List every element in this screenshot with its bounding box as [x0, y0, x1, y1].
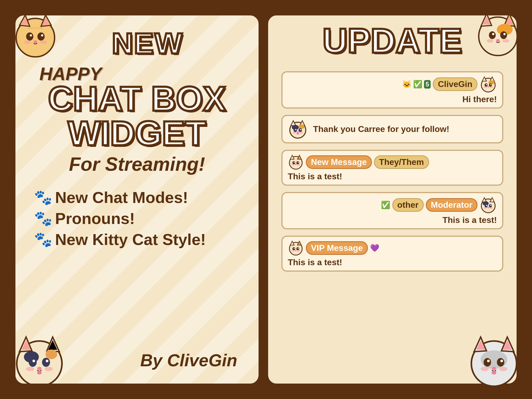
svg-point-53 — [492, 371, 496, 375]
paw-icon-1: 🐾 — [34, 189, 52, 206]
svg-point-26 — [37, 371, 42, 375]
mini-cat-5 — [288, 240, 304, 256]
chat-message-5: VIP Message 💜 This is a test! — [281, 236, 503, 272]
message-text-5: This is a test! — [288, 257, 497, 267]
message-header-1: 🐱 ✅ 5 CliveGin — [288, 76, 497, 93]
svg-point-58 — [485, 83, 488, 87]
heart-icon-5: 💜 — [370, 244, 379, 252]
svg-point-18 — [45, 350, 57, 359]
message-header-5: VIP Message 💜 — [288, 240, 497, 256]
svg-point-22 — [46, 360, 48, 362]
svg-point-59 — [489, 83, 492, 87]
feature-item-3: 🐾 New Kitty Cat Style! — [34, 230, 206, 249]
mini-cat-1 — [480, 76, 497, 93]
chat-message-1: 🐱 ✅ 5 CliveGin — [281, 71, 503, 109]
svg-point-103 — [296, 247, 299, 250]
svg-point-106 — [295, 250, 297, 251]
svg-point-23 — [37, 367, 41, 370]
username-badge-3: New Message — [306, 155, 372, 169]
message-text-4: This is a test! — [288, 215, 497, 225]
svg-point-69 — [298, 124, 305, 129]
svg-point-50 — [492, 367, 496, 370]
svg-point-107 — [292, 250, 294, 252]
badge-check-4: ✅ — [381, 201, 390, 209]
right-panel: UPDATE 🐱 ✅ 5 CliveGin — [266, 13, 519, 386]
widget-label: WIDGET — [68, 116, 206, 151]
paw-icon-3: 🐾 — [34, 231, 52, 248]
new-label: NEW — [112, 29, 184, 58]
svg-point-92 — [485, 204, 488, 207]
svg-point-51 — [481, 367, 489, 371]
svg-point-20 — [42, 358, 50, 367]
svg-point-7 — [30, 34, 32, 37]
mini-cat-3 — [288, 154, 304, 170]
svg-point-64 — [490, 86, 493, 88]
svg-point-25 — [45, 367, 53, 371]
svg-point-5 — [26, 32, 33, 41]
svg-point-49 — [500, 360, 503, 362]
message-text-3: This is a test! — [288, 172, 497, 181]
message-text-2: Thank you Carree for your follow! — [313, 124, 497, 134]
update-label: UPDATE — [281, 23, 503, 58]
svg-point-76 — [300, 132, 303, 134]
chat-box-label: CHAT BOX — [48, 81, 226, 116]
svg-point-73 — [300, 129, 301, 130]
username-badge-1: CliveGin — [433, 77, 477, 91]
svg-point-38 — [487, 39, 494, 43]
chat-message-4: ✅ other Moderator — [281, 192, 503, 229]
chat-message-3: New Message They/Them This is a test! — [281, 150, 503, 186]
svg-point-36 — [503, 33, 506, 35]
main-container: NEW HAPPY CHAT BOX WIDGET For Streaming!… — [8, 8, 524, 391]
feature-item-2: 🐾 Pronouns! — [34, 209, 206, 228]
username-badge-5: VIP Message — [306, 241, 368, 255]
svg-point-105 — [298, 248, 299, 249]
svg-point-97 — [484, 207, 487, 209]
svg-point-47 — [497, 358, 504, 367]
svg-point-75 — [293, 132, 296, 134]
svg-point-104 — [294, 248, 295, 249]
svg-point-63 — [484, 86, 487, 88]
svg-point-8 — [41, 34, 43, 37]
left-content: NEW HAPPY CHAT BOX WIDGET For Streaming!… — [26, 23, 248, 376]
feature-item-1: 🐾 New Chat Modes! — [34, 188, 206, 207]
svg-point-46 — [484, 358, 491, 367]
svg-point-48 — [487, 360, 490, 362]
svg-point-19 — [29, 358, 37, 367]
svg-point-21 — [32, 360, 35, 362]
chat-message-2: Thank you Carree for your follow! — [281, 115, 503, 143]
cat-bottom-left — [13, 334, 66, 386]
badge-cat-icon: 🐱 — [402, 80, 412, 89]
svg-point-24 — [26, 367, 34, 371]
svg-point-102 — [292, 247, 295, 250]
svg-point-72 — [295, 129, 297, 130]
svg-point-95 — [490, 205, 491, 206]
by-clivegin: By CliveGin — [140, 350, 237, 370]
svg-point-86 — [292, 164, 294, 166]
svg-point-96 — [487, 207, 489, 208]
cat-top-left — [13, 13, 58, 58]
svg-point-82 — [296, 161, 299, 164]
svg-point-81 — [292, 161, 295, 164]
svg-point-87 — [297, 164, 300, 166]
svg-point-33 — [489, 31, 496, 39]
svg-point-84 — [298, 162, 299, 163]
svg-point-6 — [38, 32, 45, 41]
mini-cat-4 — [480, 196, 497, 214]
svg-point-35 — [492, 33, 494, 35]
svg-point-10 — [24, 40, 31, 44]
svg-point-11 — [40, 40, 47, 44]
message-text-1: Hi there! — [288, 94, 497, 104]
svg-point-83 — [294, 162, 295, 163]
svg-point-85 — [295, 164, 297, 165]
message-header-4: ✅ other Moderator — [288, 196, 497, 214]
svg-point-70 — [294, 128, 297, 132]
svg-point-37 — [496, 39, 500, 42]
cat-top-right — [475, 11, 521, 57]
chat-section: 🐱 ✅ 5 CliveGin — [281, 69, 503, 373]
svg-point-52 — [499, 367, 507, 371]
cat-bottom-right — [467, 334, 521, 388]
svg-point-9 — [34, 40, 37, 43]
badge-check-icon: ✅ — [413, 80, 422, 89]
svg-point-108 — [297, 250, 300, 252]
svg-point-77 — [297, 133, 299, 135]
